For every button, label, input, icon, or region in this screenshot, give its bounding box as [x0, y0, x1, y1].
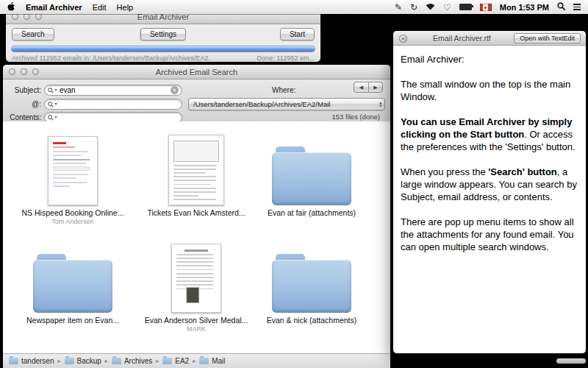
contents-input[interactable] — [60, 113, 179, 121]
grid-item-document[interactable]: Tickets Evan Nick Amsterd... — [141, 130, 251, 217]
zoom-button[interactable] — [32, 68, 39, 75]
address-input[interactable] — [60, 100, 179, 108]
canada-flag-icon[interactable] — [480, 4, 492, 11]
crumb-label: Backup — [77, 357, 101, 365]
popup-arrows-icon: ▲▼ — [379, 99, 382, 110]
minimize-button[interactable] — [21, 68, 27, 75]
back-button[interactable]: ◀ — [354, 82, 368, 93]
archived-email-search-window: Archived Email Search Subject: @: Conten… — [3, 65, 390, 368]
minimize-button[interactable] — [24, 13, 30, 20]
crumb-label: tandersen — [21, 357, 54, 365]
preview-paragraph: When you press the 'Search' button, a la… — [401, 166, 578, 203]
search-button[interactable]: Search — [12, 28, 54, 40]
document-thumbnail — [141, 238, 251, 313]
search-toolbar: Subject: @: Contents: ✕ — [3, 79, 390, 123]
crumb-separator: ▸ — [156, 358, 159, 364]
menu-bar: Email Archiver Edit Help ✎ ↻ ♡ Mon 1:53 … — [0, 0, 588, 14]
where-popup[interactable]: /Users/tandersen/Backup/Archives/EA2/Mai… — [188, 98, 385, 110]
settings-button[interactable]: Settings — [140, 28, 186, 40]
preview-paragraph: The small window on the top is the main … — [401, 78, 578, 103]
contents-label: Contents: — [4, 113, 41, 121]
close-button[interactable] — [9, 68, 15, 75]
at-label: @: — [4, 100, 41, 108]
open-with-textedit-button[interactable]: Open with TextEdit — [514, 33, 581, 43]
path-crumb[interactable]: Mail — [199, 357, 225, 365]
clear-icon[interactable]: ✕ — [171, 86, 179, 94]
grid-item-document[interactable]: Evan Anderson Silver Medal...MARK — [141, 238, 251, 333]
search-icon[interactable] — [48, 115, 57, 121]
search-icon[interactable] — [48, 102, 57, 107]
path-bar: tandersen▸Backup▸Archives▸EA2▸Mail — [3, 353, 390, 368]
heart-icon[interactable]: ♡ — [443, 3, 451, 12]
path-crumb[interactable]: Backup — [65, 357, 101, 365]
done-status-text: Done: 112952 em... — [257, 54, 315, 62]
spotlight-icon[interactable] — [557, 2, 565, 12]
zoom-button[interactable] — [35, 13, 42, 20]
folder-icon — [112, 358, 121, 364]
file-grid: NS Hispeed Booking Online...Tom Andersen… — [3, 121, 390, 353]
apple-logo-icon — [7, 2, 15, 12]
crumb-label: Archives — [124, 357, 152, 365]
subject-label: Subject: — [4, 86, 41, 94]
folder-icon — [18, 238, 128, 313]
menu-app[interactable]: Email Archiver — [26, 3, 82, 12]
folder-icon — [65, 358, 74, 364]
preview-content: Email Archiver:The small window on the t… — [393, 46, 586, 353]
preview-paragraph: You can use Email Archiver by simply cli… — [401, 116, 578, 153]
sync-icon[interactable]: ↻ — [410, 3, 417, 12]
wifi-icon[interactable] — [426, 3, 435, 12]
close-button[interactable] — [12, 13, 18, 20]
search-icon[interactable] — [48, 88, 57, 93]
document-thumbnail — [18, 130, 128, 205]
history-nav: ◀ ▶ — [354, 82, 383, 93]
desktop: Email Archiver Edit Help ✎ ↻ ♡ Mon 1:53 … — [0, 0, 588, 368]
menu-edit[interactable]: Edit — [93, 3, 107, 12]
grid-item-document[interactable]: NS Hispeed Booking Online...Tom Andersen — [18, 130, 128, 225]
forward-button[interactable]: ▶ — [368, 82, 383, 93]
address-search-field[interactable] — [44, 99, 182, 110]
window-title: Archived Email Search — [156, 68, 237, 77]
preview-window: ✕ Email Archiver.rtf Open with TextEdit … — [393, 31, 586, 353]
grid-item-folder[interactable]: Newspaper item on Evan... — [18, 238, 128, 325]
folder-icon — [9, 358, 18, 364]
path-crumb[interactable]: EA2 — [162, 357, 189, 365]
battery-icon[interactable] — [459, 4, 472, 10]
notification-list-icon[interactable] — [573, 4, 581, 10]
preview-paragraph: Email Archiver: — [401, 53, 578, 66]
item-label: Evan & nick (attachments) — [257, 316, 367, 325]
folder-icon — [162, 358, 172, 364]
start-button[interactable]: Start — [280, 28, 315, 40]
item-sublabel: Tom Andersen — [18, 218, 128, 225]
apple-menu[interactable] — [7, 2, 15, 12]
crumb-separator: ▸ — [57, 358, 60, 364]
files-status: 153 files (done) — [332, 113, 380, 121]
subject-input[interactable] — [60, 86, 168, 94]
path-crumb[interactable]: Archives — [112, 357, 152, 365]
item-label: NS Hispeed Booking Online... — [18, 208, 128, 217]
where-label: Where: — [272, 86, 295, 94]
crumb-separator: ▸ — [193, 358, 196, 364]
grid-item-folder[interactable]: Evan & nick (attachments) — [257, 238, 367, 325]
archive-status-text: Archived 112952 emails in: /Users/tander… — [12, 54, 210, 62]
item-label: Newspaper item on Evan... — [18, 316, 128, 325]
subject-search-field[interactable]: ✕ — [44, 85, 182, 96]
search-titlebar[interactable]: Archived Email Search — [3, 65, 390, 79]
menu-clock[interactable]: Mon 1:53 PM — [500, 3, 549, 12]
pencil-icon[interactable]: ✎ — [395, 3, 402, 12]
email-archiver-window: Email Archiver Search Settings Start Arc… — [6, 10, 320, 62]
preview-paragraph: There are pop up menu items to show all … — [401, 216, 578, 253]
scrollbar-thumb[interactable] — [556, 358, 586, 364]
item-sublabel: MARK — [141, 325, 251, 333]
close-button[interactable]: ✕ — [399, 35, 407, 43]
path-crumb[interactable]: tandersen — [9, 357, 54, 365]
folder-icon — [257, 238, 367, 313]
grid-item-folder[interactable]: Evan at fair (attachments) — [257, 130, 367, 217]
folder-icon — [199, 358, 209, 364]
preview-titlebar[interactable]: ✕ Email Archiver.rtf Open with TextEdit — [393, 31, 586, 46]
crumb-label: EA2 — [175, 357, 189, 365]
crumb-separator: ▸ — [105, 358, 108, 364]
document-thumbnail — [141, 130, 251, 205]
where-popup-value: /Users/tandersen/Backup/Archives/EA2/Mai… — [193, 100, 330, 108]
item-label: Tickets Evan Nick Amsterd... — [141, 208, 251, 217]
menu-help[interactable]: Help — [117, 3, 134, 12]
